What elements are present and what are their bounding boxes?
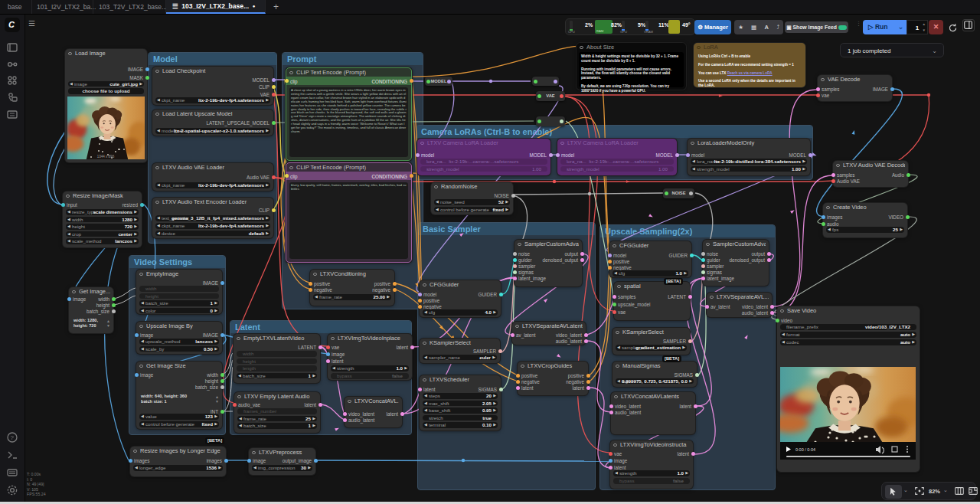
svg-text:0:00 / 0:04: 0:00 / 0:04 [795,447,815,452]
svg-text:?: ? [11,434,15,441]
svg-text:1344 x 896: 1344 x 896 [97,155,115,159]
